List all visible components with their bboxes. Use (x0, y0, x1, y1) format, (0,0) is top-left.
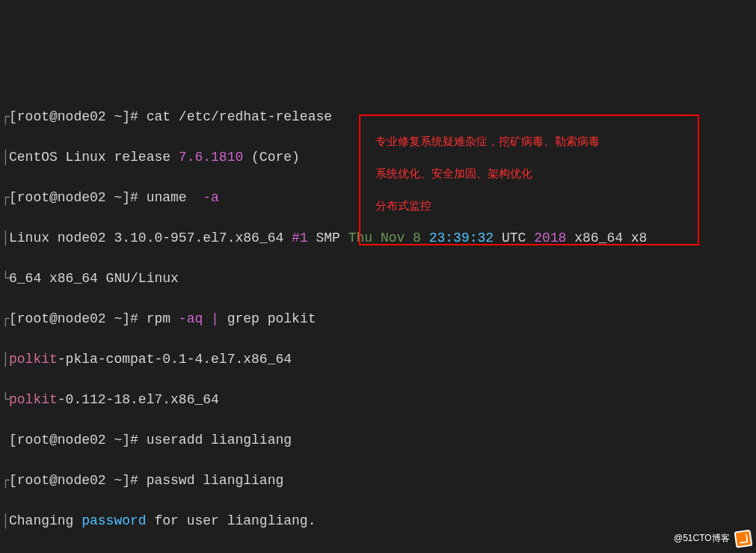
prompt: [root@node02 ~]# (9, 109, 138, 124)
out-polkit-1: │polkit-pkla-compat-0.1-4.el7.x86_64 (1, 349, 756, 370)
out-changing: │Changing password for user liangliang. (1, 511, 756, 531)
watermark-logo-icon (734, 529, 753, 548)
annotation-line-1: 专业修复系统疑难杂症，挖矿病毒、勒索病毒 (375, 135, 683, 147)
annotation-line-2: 系统优化、安全加固、架构优化 (375, 168, 683, 179)
cmd-cat-release: cat /etc/redhat-release (147, 109, 332, 124)
out-uname-2: └6_64 x86_64 GNU/Linux (1, 269, 756, 289)
out-polkit-2: └polkit-0.112-18.el7.x86_64 (1, 390, 756, 410)
annotation-box: 专业修复系统疑难杂症，挖矿病毒、勒索病毒 系统优化、安全加固、架构优化 分布式监… (359, 114, 699, 245)
watermark: @51CTO博客 (674, 528, 752, 549)
watermark-text: @51CTO博客 (674, 533, 730, 543)
annotation-line-3: 分布式监控 (375, 200, 683, 211)
line-passwd: ┌[root@node02 ~]# passwd liangliang (1, 471, 756, 491)
line-rpm: ┌[root@node02 ~]# rpm -aq | grep polkit (1, 309, 756, 329)
line-useradd: [root@node02 ~]# useradd liangliang (1, 430, 756, 450)
